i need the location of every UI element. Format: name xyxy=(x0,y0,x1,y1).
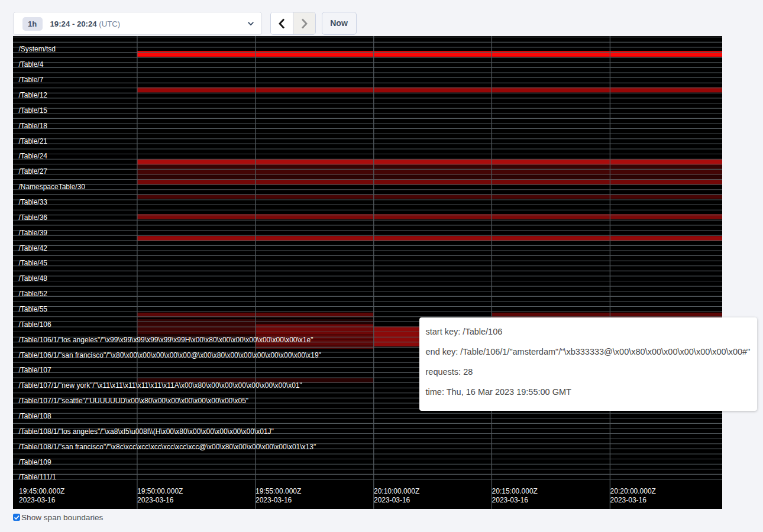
svg-text:19:45:00.000Z: 19:45:00.000Z xyxy=(19,487,64,495)
svg-text:/Table/55: /Table/55 xyxy=(18,305,47,313)
svg-text:/Table/21: /Table/21 xyxy=(18,137,47,145)
svg-text:2023-03-16: 2023-03-16 xyxy=(492,496,528,504)
svg-text:/Table/24: /Table/24 xyxy=(18,152,47,160)
svg-text:/Table/106: /Table/106 xyxy=(18,320,51,329)
svg-text:/Table/15: /Table/15 xyxy=(18,106,47,115)
svg-text:20:20:00.000Z: 20:20:00.000Z xyxy=(610,487,655,495)
svg-text:/Table/12: /Table/12 xyxy=(18,91,47,99)
svg-text:/System/tsd: /System/tsd xyxy=(18,45,56,53)
svg-text:20:10:00.000Z: 20:10:00.000Z xyxy=(374,487,419,495)
svg-text:/Table/27: /Table/27 xyxy=(18,167,47,176)
svg-text:/Table/48: /Table/48 xyxy=(18,274,47,283)
svg-text:2023-03-16: 2023-03-16 xyxy=(19,496,56,504)
svg-text:/Table/108/1/"los angeles"/"\x: /Table/108/1/"los angeles"/"\xa8\xf5\u00… xyxy=(18,427,273,436)
svg-text:/Table/107/1/"new york"/"\x11\: /Table/107/1/"new york"/"\x11\x11\x11\x1… xyxy=(18,381,302,390)
svg-text:2023-03-16: 2023-03-16 xyxy=(374,496,410,504)
svg-text:/Table/109: /Table/109 xyxy=(18,458,51,466)
svg-text:/Table/107/1/"seattle"/"UUUUUU: /Table/107/1/"seattle"/"UUUUUUD\x00\x80\… xyxy=(18,397,248,405)
svg-text:/Table/33: /Table/33 xyxy=(18,198,47,206)
svg-text:/Table/39: /Table/39 xyxy=(18,229,47,237)
svg-text:/Table/106/1/"los angeles"/"\x: /Table/106/1/"los angeles"/"\x99\x99\x99… xyxy=(18,336,313,344)
svg-text:2023-03-16: 2023-03-16 xyxy=(137,496,174,504)
svg-text:/Table/108: /Table/108 xyxy=(18,412,51,420)
svg-text:/NamespaceTable/30: /NamespaceTable/30 xyxy=(18,183,85,191)
svg-text:/Table/7: /Table/7 xyxy=(18,76,43,84)
svg-text:2023-03-16: 2023-03-16 xyxy=(256,496,292,504)
svg-text:19:55:00.000Z: 19:55:00.000Z xyxy=(256,487,301,495)
svg-text:/Table/45: /Table/45 xyxy=(18,259,47,267)
svg-text:/Table/18: /Table/18 xyxy=(18,122,47,130)
svg-text:/Table/36: /Table/36 xyxy=(18,213,47,222)
svg-text:19:50:00.000Z: 19:50:00.000Z xyxy=(137,487,183,495)
svg-text:/Table/111/1: /Table/111/1 xyxy=(18,473,56,481)
svg-text:20:15:00.000Z: 20:15:00.000Z xyxy=(492,487,537,495)
svg-text:/Table/108/1/"san francisco"/": /Table/108/1/"san francisco"/"\x8c\xcc\x… xyxy=(18,443,316,451)
svg-text:/Table/106/1/"san francisco"/": /Table/106/1/"san francisco"/"\x80\x00\x… xyxy=(18,351,321,359)
svg-text:/Table/42: /Table/42 xyxy=(18,244,47,252)
svg-text:2023-03-16: 2023-03-16 xyxy=(610,496,646,504)
svg-text:/Table/52: /Table/52 xyxy=(18,290,47,298)
svg-text:/Table/4: /Table/4 xyxy=(18,60,43,69)
svg-text:/Table/107: /Table/107 xyxy=(18,366,51,374)
